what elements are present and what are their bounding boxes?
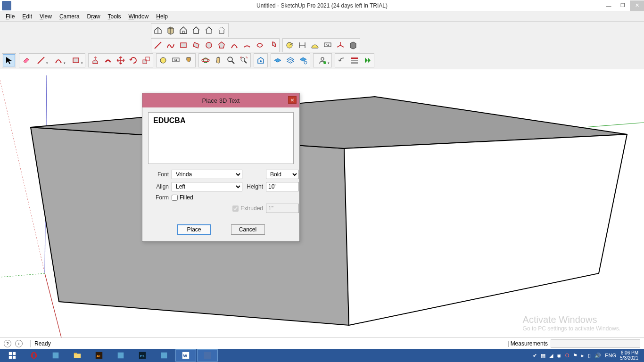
close-button[interactable]: ✕: [630, 0, 644, 11]
tape-tool-icon[interactable]: [283, 39, 296, 51]
taskbar-app1-icon[interactable]: [45, 349, 66, 362]
menu-draw[interactable]: Draw: [83, 12, 104, 21]
scale-tool-icon[interactable]: [140, 54, 152, 66]
text-input[interactable]: EDUCBA: [148, 112, 294, 164]
rotated-rect-tool-icon[interactable]: [190, 39, 202, 51]
svg-rect-33: [9, 356, 12, 359]
axes-tool-icon[interactable]: [334, 39, 347, 51]
line-tool-icon[interactable]: [152, 39, 164, 51]
undo-zoom-icon[interactable]: [336, 54, 348, 66]
menu-camera[interactable]: Camera: [56, 12, 83, 21]
text-tool-icon[interactable]: A1: [322, 39, 334, 51]
help-icon[interactable]: ?: [4, 340, 11, 347]
svg-point-2: [206, 42, 212, 48]
extrude-input: [266, 204, 299, 213]
viewport-3d[interactable]: [0, 75, 644, 337]
menu-tools[interactable]: Tools: [104, 12, 125, 21]
menu-file[interactable]: File: [2, 12, 18, 21]
style-house1-icon[interactable]: [177, 24, 190, 36]
dialog-titlebar[interactable]: Place 3D Text ✕: [142, 93, 299, 107]
zoom-tool-icon[interactable]: [225, 54, 237, 66]
tape2-tool-icon[interactable]: [157, 54, 169, 66]
tray-flag-icon[interactable]: ▸: [581, 353, 584, 359]
tray-action-icon[interactable]: ⚑: [573, 353, 578, 359]
zoom-extents-tool-icon[interactable]: [238, 54, 250, 66]
select-tool-icon[interactable]: [3, 54, 15, 66]
ext3-tool-icon[interactable]: [297, 54, 309, 66]
move-tool-icon[interactable]: [115, 54, 127, 66]
place-button[interactable]: Place: [177, 224, 211, 235]
svg-rect-48: [204, 352, 211, 359]
minimize-button[interactable]: —: [602, 0, 616, 11]
tray-net-icon[interactable]: ▦: [541, 353, 545, 359]
polygon-tool-icon[interactable]: [215, 39, 228, 51]
measurements-input[interactable]: [551, 339, 640, 348]
offset-tool-icon[interactable]: [102, 54, 114, 66]
tray-opera-icon[interactable]: O: [565, 353, 570, 358]
weight-select[interactable]: Bold: [266, 170, 299, 179]
style-box-icon[interactable]: [165, 24, 177, 36]
measurements-label: | Measurements: [507, 340, 548, 347]
arc2-tool-icon[interactable]: [241, 39, 253, 51]
shape-dd-icon[interactable]: [67, 54, 84, 66]
taskbar-app2-icon[interactable]: [110, 349, 131, 362]
info-icon[interactable]: i: [15, 340, 23, 347]
font-select[interactable]: Vrinda: [172, 170, 242, 179]
tags-tool-icon[interactable]: [348, 54, 361, 66]
svg-text:A1: A1: [174, 58, 178, 61]
tray-dell-icon[interactable]: ◉: [557, 353, 561, 359]
eraser-tool-icon[interactable]: [20, 54, 32, 66]
style-house3-icon[interactable]: [203, 24, 215, 36]
arc-dd-icon[interactable]: [50, 54, 67, 66]
menu-window[interactable]: Window: [125, 12, 153, 21]
height-input[interactable]: [266, 182, 299, 191]
freehand-tool-icon[interactable]: [165, 39, 177, 51]
user-tool-icon[interactable]: [314, 54, 331, 66]
style-iso-icon[interactable]: [152, 24, 164, 36]
pan-tool-icon[interactable]: [212, 54, 224, 66]
taskbar-word-icon[interactable]: W: [175, 349, 196, 362]
arc-tool-icon[interactable]: [228, 39, 240, 51]
pushpull-tool-icon[interactable]: [89, 54, 101, 66]
warehouse-tool-icon[interactable]: [255, 54, 267, 66]
start-button[interactable]: [2, 349, 23, 362]
tray-battery-icon[interactable]: ▯: [588, 353, 591, 359]
arc3-tool-icon[interactable]: [254, 39, 266, 51]
taskbar-explorer-icon[interactable]: [67, 349, 88, 362]
menu-help[interactable]: Help: [152, 12, 172, 21]
circle-tool-icon[interactable]: [203, 39, 215, 51]
cancel-button[interactable]: Cancel: [231, 224, 265, 235]
ext1-tool-icon[interactable]: [272, 54, 284, 66]
ext2-tool-icon[interactable]: [284, 54, 297, 66]
tray-lang[interactable]: ENG: [605, 353, 616, 358]
taskbar-app3-icon[interactable]: [154, 349, 174, 362]
style-house2-icon[interactable]: [190, 24, 202, 36]
tray-volume-icon[interactable]: 🔊: [594, 353, 601, 359]
align-select[interactable]: Left: [172, 182, 242, 191]
tray-wifi-icon[interactable]: ◢: [549, 353, 553, 359]
windows-taskbar: Ai Ps W ✔ ▦ ◢ ◉ O ⚑ ▸ ▯ 🔊 ENG 6:06 PM 5/…: [0, 349, 644, 362]
style-house4-icon[interactable]: [215, 24, 228, 36]
line-dd-icon[interactable]: [33, 54, 50, 66]
play-tool-icon[interactable]: [361, 54, 373, 66]
dimension-tool-icon[interactable]: [296, 39, 308, 51]
taskbar-sketchup-icon[interactable]: [197, 349, 218, 362]
rectangle-tool-icon[interactable]: [177, 39, 190, 51]
filled-checkbox[interactable]: [172, 195, 178, 201]
dialog-close-button[interactable]: ✕: [288, 96, 297, 104]
orbit-tool-icon[interactable]: [199, 54, 212, 66]
maximize-button[interactable]: ❐: [616, 0, 630, 11]
protractor-tool-icon[interactable]: [309, 39, 321, 51]
tray-clock[interactable]: 6:06 PM 5/3/2021: [620, 350, 638, 361]
pie-tool-icon[interactable]: [266, 39, 279, 51]
menu-view[interactable]: View: [36, 12, 56, 21]
rotate-tool-icon[interactable]: [127, 54, 140, 66]
text2-tool-icon[interactable]: A1: [170, 54, 182, 66]
menu-edit[interactable]: Edit: [18, 12, 36, 21]
taskbar-opera-icon[interactable]: [24, 349, 44, 362]
tray-shield-icon[interactable]: ✔: [533, 353, 537, 359]
paint-tool-icon[interactable]: [182, 54, 195, 66]
taskbar-illustrator-icon[interactable]: Ai: [89, 349, 109, 362]
taskbar-photoshop-icon[interactable]: Ps: [132, 349, 153, 362]
3dtext-tool-icon[interactable]: [347, 39, 359, 51]
